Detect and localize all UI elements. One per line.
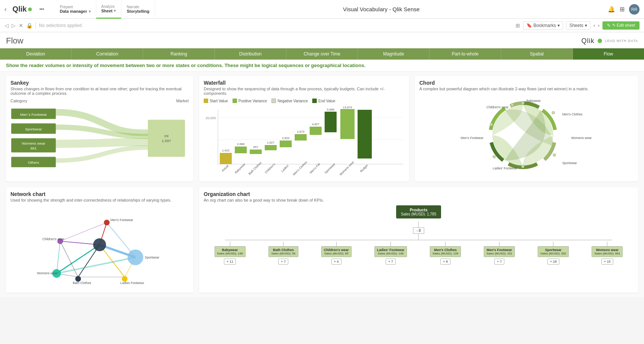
org-child-sportwear: Sportwear Sales (MUSD): 292 + 18 — [538, 242, 569, 265]
nav-actions: 🔔 ⊞ RR — [608, 4, 640, 15]
edit-icon: ✎ — [607, 23, 611, 28]
sankey-col-right: Market — [176, 99, 189, 103]
svg-text:Ladies' Footwear: Ladies' Footwear — [493, 166, 517, 170]
waterfall-svg: 20,000 1,422 Actual 2,688 Babywear 957 B… — [204, 106, 404, 175]
sankey-chart: Category Market Men´s Footwear Sportwear… — [10, 99, 189, 173]
org-title: Organization chart — [204, 191, 634, 197]
tab-flow[interactable]: Flow — [573, 48, 644, 60]
user-avatar[interactable]: RR — [629, 4, 640, 15]
sankey-desc: Shows changes in flows from one conditio… — [10, 87, 189, 96]
nav-tabs: Deviation Correlation Ranking Distributi… — [0, 48, 644, 60]
svg-text:Sportwear: Sportwear — [145, 256, 160, 259]
svg-rect-35 — [310, 127, 322, 135]
nav-analyze[interactable]: Analyze Sheet ▾ — [96, 0, 122, 19]
org-child-womens-wear: Womens wear Sales (MUSD): 681 + 15 — [592, 242, 623, 265]
network-section: Network chart Used for showing the stren… — [6, 187, 193, 293]
legend-start-label: Start Value — [210, 99, 228, 103]
svg-text:Bath Clothes: Bath Clothes — [248, 161, 262, 175]
tab-magnitude[interactable]: Magnitude — [358, 48, 429, 60]
sankey-svg: Men´s Footwear Sportwear Womens wear 681… — [10, 105, 189, 174]
grid-icon[interactable]: ⊞ — [620, 6, 625, 13]
svg-point-83 — [75, 276, 81, 281]
org-connector-badge: - 8 — [413, 227, 424, 234]
org-child-babywear: Babywear Sales (MUSD): 148 + 11 — [215, 242, 246, 265]
toolbar: ◁ ▷ ✕ 🔒 No selections applied ⊞ 🔖 Bookma… — [0, 19, 644, 32]
svg-text:Sportwear: Sportwear — [562, 161, 577, 165]
svg-rect-23 — [250, 150, 262, 154]
legend-end-color — [312, 99, 317, 103]
tab-spatial[interactable]: Spatial — [501, 48, 573, 60]
selection-forward-icon[interactable]: ▷ — [12, 22, 16, 28]
prepare-chevron: ▾ — [89, 9, 91, 13]
top-nav: ‹ Qlik ••• Prepare Data manager ▾ Analyz… — [0, 0, 644, 19]
prepare-label: Prepare — [60, 5, 91, 9]
app-title: Visual Vocabulary - Qlik Sense — [161, 6, 602, 12]
svg-text:5,688: 5,688 — [327, 108, 335, 111]
org-root: Products Sales (MUSD): 1,785 — [204, 205, 634, 218]
selection-clear-icon[interactable]: ✕ — [19, 22, 23, 28]
chord-svg: Babywear Men's Clothes Children's wear W… — [419, 94, 634, 176]
svg-point-87 — [93, 238, 106, 251]
org-child-bath-clothes: Bath Clothes Sales (MUSD): 56 + 7 — [268, 242, 298, 265]
prev-sheet-button[interactable]: ‹ — [593, 23, 595, 28]
tab-ranking[interactable]: Ranking — [143, 48, 215, 60]
sankey-header: Category Market — [10, 99, 189, 103]
legend-positive-label: Positive Variance — [239, 99, 267, 103]
chord-section: Chord A complex but powerful diagram whi… — [415, 76, 638, 181]
tab-distribution[interactable]: Distribution — [215, 48, 286, 60]
chord-desc: A complex but powerful diagram which can… — [419, 87, 634, 91]
legend-end: End Value — [312, 99, 335, 103]
flow-description: Show the reader volumes or intensity of … — [0, 60, 644, 72]
svg-point-56 — [553, 154, 556, 157]
svg-text:1,627: 1,627 — [267, 141, 275, 144]
svg-point-57 — [522, 165, 525, 168]
tab-deviation[interactable]: Deviation — [0, 48, 72, 60]
logo-dot — [28, 7, 32, 11]
tab-change-over-time[interactable]: Change over Time — [286, 48, 358, 60]
selection-back-icon[interactable]: ◁ — [4, 22, 9, 28]
svg-point-79 — [128, 250, 143, 265]
nav-narrate[interactable]: Narrate Storytelling — [121, 0, 155, 19]
sankey-col-left: Category — [10, 99, 27, 103]
svg-text:Womens wear: Womens wear — [339, 160, 355, 175]
svg-rect-44 — [358, 110, 372, 159]
sheets-button[interactable]: Sheets ▾ — [566, 21, 590, 30]
org-root-value: Sales (MUSD): 1,785 — [401, 212, 437, 216]
bell-icon[interactable]: 🔔 — [608, 6, 615, 13]
org-child-mens-clothes: Men's Clothes Sales (MUSD): 139 + 8 — [430, 242, 461, 265]
svg-rect-29 — [280, 141, 292, 147]
svg-text:1,597: 1,597 — [162, 139, 171, 143]
narrate-value: Storytelling — [127, 9, 149, 13]
svg-text:4,827: 4,827 — [312, 123, 320, 126]
bookmark-icon: 🔖 — [526, 23, 532, 28]
svg-point-59 — [490, 123, 493, 126]
qlik-brand: Qlik LEAD WITH DATA — [581, 37, 638, 45]
svg-text:Ladies': Ladies' — [280, 164, 289, 173]
network-title: Network chart — [10, 191, 189, 197]
network-svg: Men's Footwear Children's wear Sportwear… — [10, 205, 189, 288]
svg-rect-20 — [235, 147, 247, 153]
waterfall-section: Waterfall Designed to show the sequencin… — [199, 76, 409, 181]
svg-text:Bath Clothes: Bath Clothes — [73, 281, 91, 285]
selection-lock-icon[interactable]: 🔒 — [26, 22, 33, 28]
bookmarks-button[interactable]: 🔖 Bookmarks ▾ — [523, 21, 563, 30]
nav-prepare[interactable]: Prepare Data manager ▾ — [55, 0, 96, 19]
tab-part-to-whole[interactable]: Part-to-whole — [429, 48, 501, 60]
bottom-sections-row: Network chart Used for showing the stren… — [6, 187, 638, 293]
org-root-box: Products Sales (MUSD): 1,785 — [396, 205, 441, 218]
more-menu-button[interactable]: ••• — [38, 5, 46, 13]
svg-text:Children's wear: Children's wear — [42, 237, 64, 241]
sheet-header: Flow Qlik LEAD WITH DATA — [0, 32, 644, 48]
svg-text:Womens wear: Womens wear — [22, 141, 46, 145]
svg-rect-41 — [340, 109, 355, 139]
narrate-label: Narrate — [127, 5, 149, 9]
edit-sheet-button[interactable]: ✎ ✎ Edit sheet — [602, 21, 640, 30]
tab-correlation[interactable]: Correlation — [72, 48, 143, 60]
grid-view-icon[interactable]: ⊞ — [516, 22, 520, 28]
legend-positive-color — [233, 99, 237, 103]
svg-point-55 — [552, 111, 555, 114]
brand-dot — [598, 39, 602, 43]
legend-negative-label: Negative Variance — [277, 99, 308, 103]
back-button[interactable]: ‹ — [4, 6, 6, 13]
next-sheet-button[interactable]: › — [598, 23, 599, 28]
